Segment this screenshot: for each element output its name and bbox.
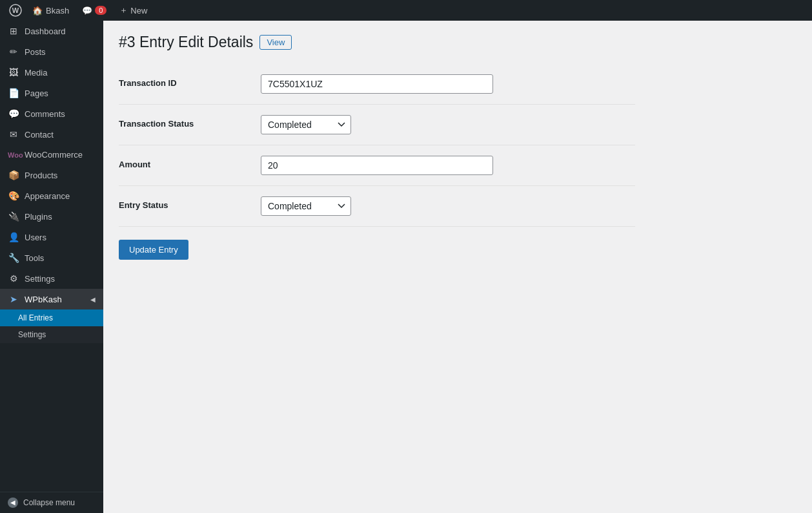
submenu-item-all-entries[interactable]: All Entries (0, 309, 103, 326)
svg-text:W: W (12, 6, 19, 14)
plugins-icon: 🔌 (8, 211, 19, 222)
sidebar-item-label: WooCommerce (25, 150, 83, 160)
sidebar-item-contact[interactable]: ✉ Contact (0, 124, 103, 145)
sidebar-item-comments[interactable]: 💬 Comments (0, 103, 103, 124)
sidebar-item-label: Users (25, 233, 46, 242)
plus-icon: ＋ (119, 5, 128, 16)
sidebar-item-woocommerce[interactable]: Woo WooCommerce (0, 145, 103, 165)
admin-bar: W 🏠 Bkash 💬 0 ＋ New (0, 0, 812, 21)
amount-row: Amount (119, 145, 635, 186)
dashboard-icon: ⊞ (8, 26, 19, 36)
wpbkash-arrow: ◀ (90, 296, 96, 303)
site-name-link[interactable]: 🏠 Bkash (26, 0, 76, 21)
collapse-label: Collapse menu (23, 498, 75, 507)
settings-label: Settings (18, 330, 46, 339)
sidebar-item-posts[interactable]: ✏ Posts (0, 41, 103, 62)
sidebar-item-plugins[interactable]: 🔌 Plugins (0, 206, 103, 227)
users-icon: 👤 (8, 232, 19, 242)
all-entries-label: All Entries (18, 313, 53, 322)
media-icon: 🖼 (8, 67, 19, 78)
posts-icon: ✏ (8, 47, 19, 57)
entry-status-select[interactable]: Completed Pending Failed (261, 196, 351, 216)
new-label: New (130, 6, 147, 16)
sidebar-item-label: Appearance (25, 191, 70, 201)
amount-field (261, 156, 635, 175)
transaction-status-select[interactable]: Completed Pending Failed (261, 115, 351, 134)
sidebar-item-label: Dashboard (25, 26, 66, 36)
appearance-icon: 🎨 (8, 191, 19, 201)
sidebar-item-pages[interactable]: 📄 Pages (0, 83, 103, 103)
sidebar-item-wpbkash[interactable]: ➤ WPbKash ◀ (0, 289, 103, 309)
sidebar-item-settings[interactable]: ⚙ Settings (0, 268, 103, 289)
wpbkash-submenu: All Entries Settings (0, 309, 103, 343)
sidebar-item-tools[interactable]: 🔧 Tools (0, 247, 103, 268)
pages-icon: 📄 (8, 88, 19, 98)
sidebar-item-products[interactable]: 📦 Products (0, 165, 103, 185)
sidebar-item-appearance[interactable]: 🎨 Appearance (0, 185, 103, 206)
main-content: #3 Entry Edit Details View Transaction I… (103, 21, 812, 513)
transaction-id-label: Transaction ID (119, 74, 261, 88)
view-button[interactable]: View (259, 35, 292, 50)
collapse-menu-button[interactable]: ◀ Collapse menu (0, 492, 103, 513)
sidebar-item-label: Contact (25, 130, 54, 140)
site-name: Bkash (46, 6, 69, 16)
entry-status-row: Entry Status Completed Pending Failed (119, 186, 635, 227)
entry-form: Transaction ID Transaction Status Comple… (119, 64, 635, 260)
comments-link[interactable]: 💬 0 (76, 0, 113, 21)
comment-icon: 💬 (82, 6, 92, 16)
transaction-id-input[interactable] (261, 74, 493, 94)
entry-status-label: Entry Status (119, 196, 261, 210)
contact-icon: ✉ (8, 129, 19, 140)
products-icon: 📦 (8, 170, 19, 180)
transaction-id-row: Transaction ID (119, 64, 635, 105)
amount-input[interactable] (261, 156, 493, 175)
entry-status-field: Completed Pending Failed (261, 196, 635, 216)
sidebar-item-dashboard[interactable]: ⊞ Dashboard (0, 21, 103, 41)
sidebar-item-label: Tools (25, 253, 44, 263)
sidebar-item-label: Products (25, 171, 57, 180)
amount-label: Amount (119, 156, 261, 169)
new-content-link[interactable]: ＋ New (113, 0, 154, 21)
comments-icon: 💬 (8, 109, 19, 119)
settings-icon: ⚙ (8, 273, 19, 284)
transaction-status-row: Transaction Status Completed Pending Fai… (119, 105, 635, 145)
comment-count: 0 (95, 6, 107, 15)
submenu-item-settings[interactable]: Settings (0, 326, 103, 343)
sidebar: ⊞ Dashboard ✏ Posts 🖼 Media 📄 Pages 💬 Co… (0, 21, 103, 513)
sidebar-item-media[interactable]: 🖼 Media (0, 62, 103, 83)
sidebar-item-label: Comments (25, 109, 65, 119)
sidebar-item-label: Plugins (25, 212, 52, 222)
wpbkash-icon: ➤ (8, 294, 19, 304)
sidebar-item-label: Posts (25, 47, 46, 57)
transaction-id-field (261, 74, 635, 94)
transaction-status-label: Transaction Status (119, 115, 261, 129)
collapse-arrow-icon: ◀ (8, 497, 18, 508)
tools-icon: 🔧 (8, 253, 19, 263)
sidebar-item-label: Pages (25, 89, 48, 98)
sidebar-item-label: Settings (25, 274, 55, 284)
sidebar-item-users[interactable]: 👤 Users (0, 227, 103, 247)
home-icon: 🏠 (32, 6, 43, 16)
sidebar-item-label: WPbKash (25, 295, 62, 304)
sidebar-item-label: Media (25, 68, 47, 78)
update-entry-button[interactable]: Update Entry (119, 240, 188, 260)
page-title-area: #3 Entry Edit Details View (119, 34, 797, 51)
wp-logo[interactable]: W (5, 0, 26, 21)
woocommerce-icon: Woo (8, 151, 19, 159)
transaction-status-field: Completed Pending Failed (261, 115, 635, 134)
page-title: #3 Entry Edit Details (119, 34, 253, 51)
